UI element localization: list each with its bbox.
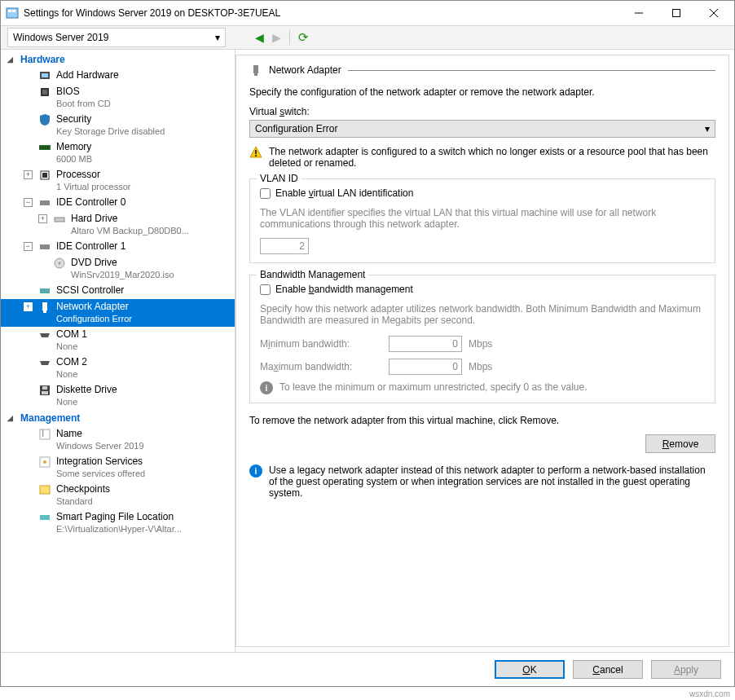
min-bw-label: Minimum bandwidth: — [260, 338, 382, 350]
min-bandwidth-input[interactable] — [389, 336, 462, 352]
remove-button[interactable]: Remove — [645, 434, 715, 453]
nav-back-icon[interactable]: ◀ — [255, 31, 264, 44]
vlan-title: VLAN ID — [257, 173, 301, 184]
toolbar: Windows Server 2019 ▾ ◀ ▶ ⟳ — [1, 25, 734, 50]
sidebar-item-add-hardware[interactable]: Add Hardware — [1, 68, 235, 84]
svg-rect-27 — [42, 386, 47, 390]
floppy-icon — [38, 384, 51, 397]
svg-rect-12 — [40, 146, 42, 149]
chip-icon — [38, 86, 51, 99]
watermark: wsxdn.com — [689, 689, 730, 698]
ok-button[interactable]: OK — [495, 660, 565, 679]
collapse-icon: ◢ — [7, 55, 13, 64]
legacy-info: i Use a legacy network adapter instead o… — [249, 464, 715, 499]
bandwidth-checkbox-label: Enable bandwidth management — [275, 284, 413, 295]
sidebar-item-security[interactable]: SecurityKey Storage Drive disabled — [1, 112, 235, 139]
expand-icon[interactable]: + — [24, 170, 33, 179]
vm-selector-label: Windows Server 2019 — [13, 32, 108, 43]
footer: OK Cancel Apply — [1, 652, 734, 686]
memory-icon — [38, 141, 51, 154]
hardware-section[interactable]: ◢ Hardware — [1, 51, 235, 68]
nav-controls: ◀ ▶ ⟳ — [255, 30, 309, 45]
sidebar[interactable]: ◢ Hardware Add Hardware BIOSBoot from CD… — [1, 50, 235, 652]
svg-rect-36 — [254, 73, 257, 76]
paging-icon — [38, 511, 51, 524]
content-panel: Network Adapter Specify the configuratio… — [235, 55, 729, 647]
vlan-groupbox: VLAN ID Enable virtual LAN identificatio… — [249, 178, 715, 263]
management-section[interactable]: ◢ Management — [1, 410, 235, 426]
panel-title: Network Adapter — [249, 64, 715, 77]
vlan-checkbox[interactable] — [260, 188, 271, 199]
cancel-button[interactable]: Cancel — [573, 660, 643, 679]
svg-rect-8 — [42, 73, 48, 77]
sidebar-item-paging[interactable]: Smart Paging File LocationE:\Virtualizat… — [1, 509, 235, 537]
collapse-icon[interactable]: − — [24, 198, 33, 207]
divider — [289, 30, 290, 45]
cpu-icon — [38, 169, 51, 182]
bw-hint: i To leave the minimum or maximum unrest… — [260, 381, 705, 394]
svg-rect-34 — [40, 515, 50, 520]
sidebar-item-dvd[interactable]: DVD DriveWinSrv2019_Mar2020.iso — [1, 255, 235, 283]
vm-selector[interactable]: Windows Server 2019 ▾ — [7, 28, 226, 47]
sidebar-item-network-adapter[interactable]: + Network AdapterConfiguration Error — [1, 299, 235, 327]
sidebar-item-ide1[interactable]: − IDE Controller 1 — [1, 239, 235, 255]
unit-label: Mbps — [469, 338, 492, 350]
sidebar-item-checkpoints[interactable]: CheckpointsStandard — [1, 482, 235, 509]
config-warning: The network adapter is configured to a s… — [249, 146, 715, 169]
svg-rect-23 — [40, 288, 50, 293]
network-icon — [38, 301, 51, 314]
sidebar-item-diskette[interactable]: Diskette DriveNone — [1, 382, 235, 410]
svg-rect-19 — [55, 218, 64, 222]
remove-text: To remove the network adapter from this … — [249, 415, 715, 426]
svg-rect-35 — [253, 65, 258, 73]
sidebar-item-memory[interactable]: Memory6000 MB — [1, 139, 235, 167]
svg-rect-0 — [7, 8, 18, 18]
sidebar-item-integration[interactable]: Integration ServicesSome services offere… — [1, 454, 235, 482]
svg-rect-37 — [255, 150, 257, 154]
max-bandwidth-input[interactable] — [389, 359, 462, 375]
svg-point-22 — [59, 262, 61, 265]
virtual-switch-dropdown[interactable]: Configuration Error ▾ — [249, 120, 715, 138]
hdd-icon — [53, 213, 66, 226]
nav-forward-icon[interactable]: ▶ — [272, 31, 281, 44]
vswitch-label: Virtual switch: — [249, 106, 715, 117]
bandwidth-groupbox: Bandwidth Management Enable bandwidth ma… — [249, 275, 715, 403]
add-hardware-icon — [38, 69, 51, 82]
svg-rect-13 — [42, 146, 44, 149]
minimize-button[interactable] — [620, 1, 658, 25]
expand-icon[interactable]: + — [24, 302, 33, 311]
expand-icon[interactable]: + — [38, 214, 47, 223]
svg-text:I: I — [42, 428, 44, 439]
bandwidth-checkbox[interactable] — [260, 284, 271, 295]
network-icon — [249, 64, 262, 77]
sidebar-item-scsi[interactable]: SCSI Controller — [1, 283, 235, 299]
panel-description: Specify the configuration of the network… — [249, 86, 715, 98]
svg-rect-20 — [40, 244, 50, 249]
collapse-icon[interactable]: − — [24, 242, 33, 251]
sidebar-item-processor[interactable]: + Processor1 Virtual processor — [1, 167, 235, 195]
chevron-down-icon: ▾ — [215, 32, 220, 43]
sidebar-item-com1[interactable]: COM 1None — [1, 327, 235, 354]
sidebar-item-name[interactable]: INameWindows Server 2019 — [1, 426, 235, 454]
serial-icon — [38, 328, 51, 341]
maximize-button[interactable] — [658, 1, 695, 25]
vlan-id-input[interactable] — [260, 238, 309, 254]
main-area: ◢ Hardware Add Hardware BIOSBoot from CD… — [1, 50, 734, 652]
apply-button[interactable]: Apply — [651, 660, 721, 679]
max-bw-label: Maximum bandwidth: — [260, 361, 382, 372]
vlan-checkbox-label: Enable virtual LAN identification — [275, 187, 413, 199]
svg-rect-4 — [673, 10, 680, 17]
refresh-icon[interactable]: ⟳ — [298, 30, 309, 45]
sidebar-item-com2[interactable]: COM 2None — [1, 354, 235, 382]
bw-title: Bandwidth Management — [257, 269, 368, 280]
titlebar: Settings for Windows Server 2019 on DESK… — [1, 1, 734, 25]
sidebar-item-hard-drive[interactable]: + Hard DriveAltaro VM Backup_D80DB0... — [1, 211, 235, 239]
info-icon: i — [249, 464, 262, 478]
svg-rect-2 — [12, 10, 15, 12]
sidebar-item-ide0[interactable]: − IDE Controller 0 — [1, 195, 235, 211]
scsi-icon — [38, 284, 51, 297]
sidebar-item-bios[interactable]: BIOSBoot from CD — [1, 84, 235, 112]
shield-icon — [38, 113, 51, 126]
vlan-desc: The VLAN identifier specifies the virtua… — [260, 207, 705, 230]
close-button[interactable] — [695, 1, 733, 25]
